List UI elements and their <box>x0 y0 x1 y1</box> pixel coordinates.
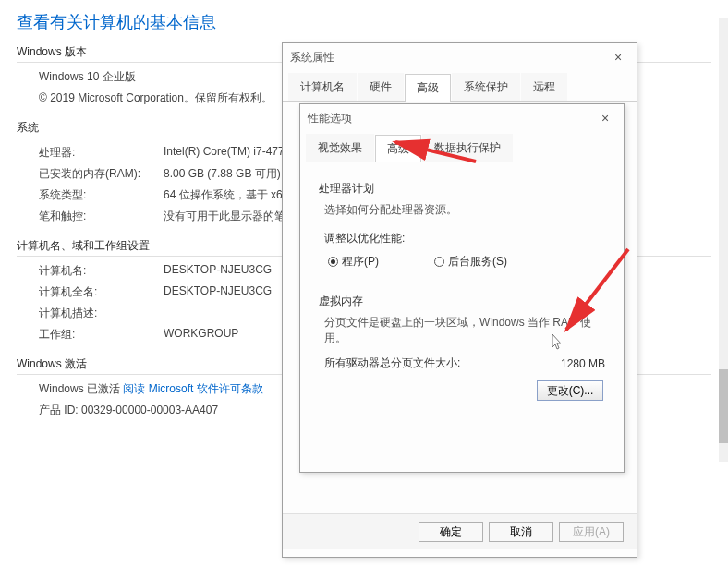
fullname-label: 计算机全名: <box>39 284 164 300</box>
sysprops-titlebar[interactable]: 系统属性 × <box>283 43 637 71</box>
perf-body: 处理器计划 选择如何分配处理器资源。 调整以优化性能: 程序(P) 后台服务(S… <box>300 162 624 414</box>
tab-visual-effects[interactable]: 视觉效果 <box>306 134 374 162</box>
vm-desc: 分页文件是硬盘上的一块区域，Windows 当作 RAM 使用。 <box>324 315 605 346</box>
scheduling-subhead: 调整以优化性能: <box>324 231 605 246</box>
radio-programs[interactable]: 程序(P) <box>328 254 379 270</box>
performance-options-dialog: 性能选项 × 视觉效果 高级 数据执行保护 处理器计划 选择如何分配处理器资源。… <box>299 103 625 473</box>
radio-dot-icon <box>434 257 444 267</box>
cancel-button[interactable]: 取消 <box>489 522 553 542</box>
processor-label: 处理器: <box>39 145 164 161</box>
perf-titlebar[interactable]: 性能选项 × <box>300 104 624 132</box>
tab-hardware[interactable]: 硬件 <box>358 73 404 101</box>
activation-status: Windows 已激活 <box>39 382 123 395</box>
vm-group-title: 虚拟内存 <box>319 294 605 309</box>
tab-advanced[interactable]: 高级 <box>375 135 421 162</box>
scheduling-desc: 选择如何分配处理器资源。 <box>324 202 605 218</box>
page-title: 查看有关计算机的基本信息 <box>17 11 711 33</box>
close-icon[interactable]: × <box>607 50 629 65</box>
workgroup-label: 工作组: <box>39 327 164 343</box>
radio-programs-label: 程序(P) <box>342 254 379 270</box>
apply-button[interactable]: 应用(A) <box>559 522 624 542</box>
perf-tabs: 视觉效果 高级 数据执行保护 <box>300 134 624 162</box>
ram-label: 已安装的内存(RAM): <box>39 166 164 182</box>
radio-services[interactable]: 后台服务(S) <box>434 254 507 270</box>
tab-system-protection[interactable]: 系统保护 <box>452 73 520 101</box>
change-button[interactable]: 更改(C)... <box>537 380 603 401</box>
license-terms-link[interactable]: 阅读 Microsoft 软件许可条款 <box>123 382 262 395</box>
scheduling-radiogroup: 程序(P) 后台服务(S) <box>328 254 605 270</box>
vm-total-value: 1280 MB <box>561 357 605 370</box>
tab-computer-name[interactable]: 计算机名 <box>288 73 357 101</box>
vm-total-row: 所有驱动器总分页文件大小: 1280 MB <box>324 355 605 371</box>
vm-total-label: 所有驱动器总分页文件大小: <box>324 355 460 371</box>
tab-advanced[interactable]: 高级 <box>405 74 451 102</box>
close-icon[interactable]: × <box>594 111 616 126</box>
radio-services-label: 后台服务(S) <box>448 254 507 270</box>
desc-label: 计算机描述: <box>39 306 164 321</box>
pen-label: 笔和触控: <box>39 209 164 224</box>
sysprops-tabs: 计算机名 硬件 高级 系统保护 远程 <box>283 73 637 102</box>
radio-dot-icon <box>328 257 338 267</box>
perf-title: 性能选项 <box>308 111 594 126</box>
sysprops-buttons: 确定 取消 应用(A) <box>283 513 637 549</box>
scrollbar[interactable] <box>719 18 728 462</box>
name-label: 计算机名: <box>39 263 164 279</box>
tab-dep[interactable]: 数据执行保护 <box>422 134 513 162</box>
scheduling-group-title: 处理器计划 <box>319 181 605 197</box>
tab-remote[interactable]: 远程 <box>521 73 567 101</box>
systype-label: 系统类型: <box>39 187 164 203</box>
ok-button[interactable]: 确定 <box>419 522 483 542</box>
sysprops-title: 系统属性 <box>290 50 607 66</box>
scrollbar-thumb[interactable] <box>719 369 728 443</box>
